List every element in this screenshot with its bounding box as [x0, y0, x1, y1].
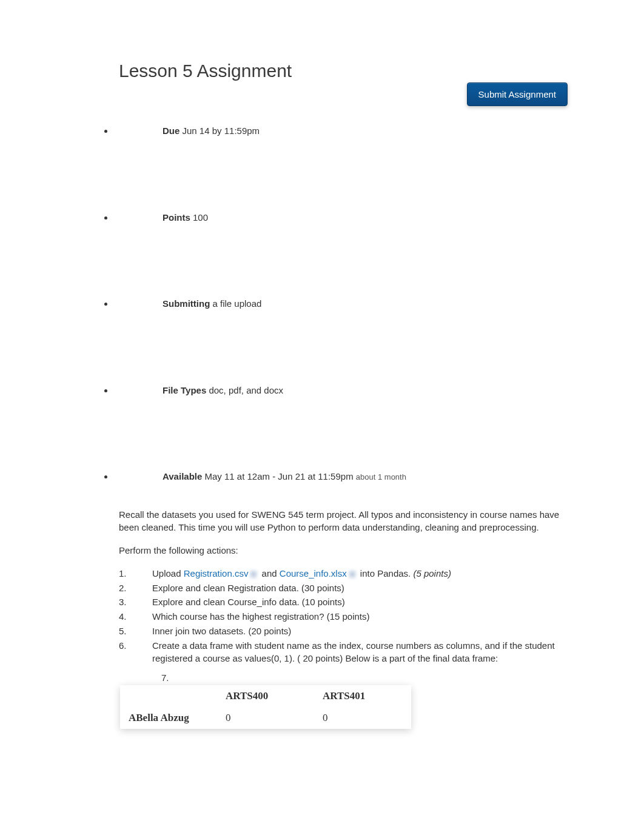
meta-points: Points 100: [114, 211, 568, 225]
meta-submitting: Submitting a file upload: [114, 297, 568, 311]
action-item-6: 6. Create a data frame with student name…: [119, 639, 568, 666]
available-label: Available: [163, 471, 202, 481]
item-text: Inner join two datasets. (20 points): [152, 626, 291, 636]
perform-heading: Perform the following actions:: [119, 544, 568, 557]
submitting-label: Submitting: [163, 298, 210, 309]
assignment-description: Recall the datasets you used for SWENG 5…: [119, 508, 568, 729]
item-text: Which course has the highest registratio…: [152, 611, 370, 622]
item-number: 6.: [119, 639, 127, 652]
file-icon: [249, 569, 258, 579]
item-number: 1.: [119, 567, 127, 580]
available-value: May 11 at 12am - Jun 21 at 11:59pm: [204, 471, 353, 481]
item-text: Create a data frame with student name as…: [152, 640, 555, 664]
action-item-5: 5. Inner join two datasets. (20 points): [119, 625, 568, 638]
available-duration: about 1 month: [356, 472, 406, 481]
meta-available: Available May 11 at 12am - Jun 21 at 11:…: [114, 470, 568, 484]
item-number: 5.: [119, 625, 127, 638]
submit-assignment-button[interactable]: Submit Assignment: [467, 82, 568, 106]
table-header-row: ARTS400 ARTS401: [120, 685, 411, 707]
meta-filetypes: File Types doc, pdf, and docx: [114, 384, 568, 398]
table-col-header: ARTS400: [217, 685, 314, 707]
table-row-header: ABella Abzug: [120, 707, 217, 729]
action-item-2: 2. Explore and clean Registration data. …: [119, 582, 568, 595]
submitting-value: a file upload: [213, 298, 262, 309]
item-number-7: 7.: [161, 672, 169, 683]
table-cell: 0: [314, 707, 411, 729]
assignment-meta-list: Due Jun 14 by 11:59pm Points 100 Submitt…: [114, 124, 568, 484]
action-item-3: 3. Explore and clean Course_info data. (…: [119, 595, 568, 609]
actions-list: 1. Upload Registration.csv and Course_in…: [119, 567, 568, 665]
file-icon: [348, 569, 357, 579]
action-item-4: 4. Which course has the highest registra…: [119, 610, 568, 623]
intro-paragraph: Recall the datasets you used for SWENG 5…: [119, 508, 568, 535]
points-value: 100: [193, 212, 208, 223]
table-cell: 0: [217, 707, 314, 729]
text-post: into Pandas.: [358, 568, 414, 578]
points-label: Points: [163, 212, 190, 223]
item-text: Explore and clean Registration data. (30…: [152, 583, 344, 593]
table-col-header: ARTS401: [314, 685, 411, 707]
due-value: Jun 14 by 11:59pm: [183, 126, 260, 136]
filetypes-value: doc, pdf, and docx: [209, 385, 283, 395]
meta-due: Due Jun 14 by 11:59pm: [114, 124, 568, 138]
item-number: 2.: [119, 582, 127, 595]
filetypes-label: File Types: [163, 385, 206, 395]
due-label: Due: [163, 126, 179, 136]
sample-dataframe-table: ARTS400 ARTS401 ABella Abzug 0 0: [120, 685, 411, 729]
course-info-xlsx-link[interactable]: Course_info.xlsx: [280, 568, 347, 578]
item-number: 4.: [119, 610, 127, 623]
points-note: (5 points): [413, 568, 451, 578]
registration-csv-link[interactable]: Registration.csv: [184, 568, 249, 578]
table-row: ABella Abzug 0 0: [120, 707, 411, 729]
text-mid: and: [259, 568, 279, 578]
table-corner-cell: [120, 685, 217, 707]
item-text: Explore and clean Course_info data. (10 …: [152, 597, 345, 607]
text-pre: Upload: [152, 568, 184, 578]
action-item-1: 1. Upload Registration.csv and Course_in…: [119, 567, 568, 580]
item-number: 3.: [119, 595, 127, 609]
page-title: Lesson 5 Assignment: [119, 61, 568, 81]
